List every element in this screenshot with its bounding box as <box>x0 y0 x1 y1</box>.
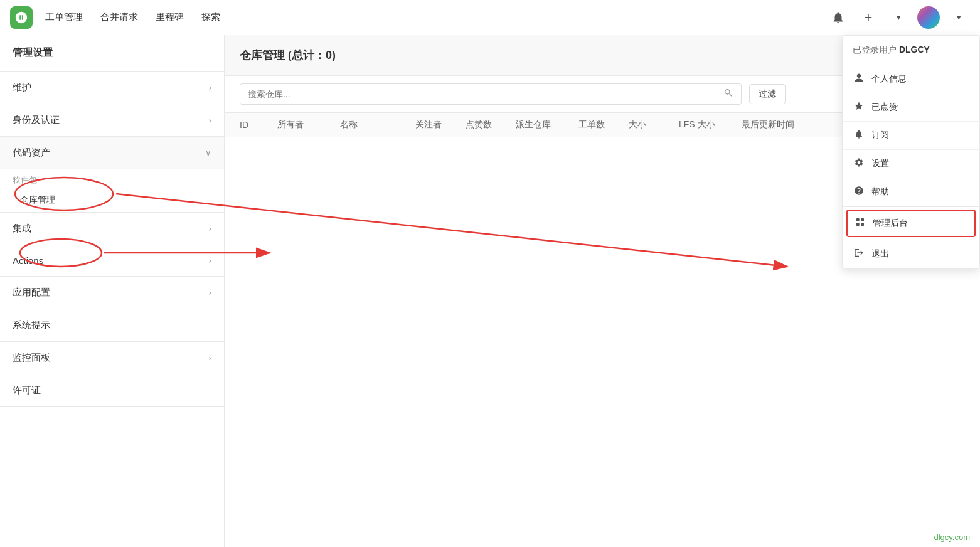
star-icon <box>853 101 865 114</box>
sidebar-sub-header-packages: 软件包 <box>0 169 224 188</box>
search-box[interactable] <box>240 83 742 105</box>
sidebar-item-label: Actions <box>13 255 43 266</box>
filter-button[interactable]: 过滤 <box>749 84 786 104</box>
sidebar-item-label: 身份及认证 <box>13 114 60 126</box>
sidebar-item-monitor[interactable]: 监控面板 › <box>0 342 224 374</box>
col-header-name: 名称 <box>340 119 415 130</box>
logo-icon <box>10 6 33 29</box>
top-navigation: 工单管理 合并请求 里程碑 探索 + ▾ ▾ <box>0 0 980 35</box>
dropdown-item-label: 帮助 <box>871 186 889 198</box>
sidebar-item-system-notice[interactable]: 系统提示 <box>0 309 224 342</box>
dropdown-item-signout[interactable]: 退出 <box>843 240 979 268</box>
chevron-right-icon: › <box>209 256 211 265</box>
col-header-watchers: 关注者 <box>415 119 466 130</box>
top-menu: 工单管理 合并请求 里程碑 探索 <box>45 9 827 26</box>
sidebar-item-actions[interactable]: Actions › <box>0 245 224 277</box>
dropdown-user-prefix: 已登录用户 <box>853 45 899 55</box>
search-input[interactable] <box>248 89 723 99</box>
svg-rect-0 <box>856 218 860 221</box>
topnav-right: + ▾ ▾ <box>827 6 970 29</box>
dropdown-item-label: 订阅 <box>871 130 889 141</box>
menu-item-explore[interactable]: 探索 <box>201 9 220 26</box>
sidebar-item-label: 应用配置 <box>13 287 50 299</box>
admin-icon <box>854 217 866 230</box>
col-header-fork: 派生仓库 <box>516 119 578 130</box>
dropdown-item-admin[interactable]: 管理后台 <box>846 210 976 237</box>
menu-item-issues[interactable]: 工单管理 <box>45 9 83 26</box>
signout-icon <box>853 248 865 260</box>
gear-icon <box>853 157 865 170</box>
svg-rect-3 <box>861 223 864 226</box>
notification-button[interactable] <box>827 6 850 29</box>
sidebar: 管理设置 维护 › 身份及认证 › 代码资产 ∨ 软件包 仓库管理 集成 › A… <box>0 35 225 547</box>
sidebar-item-label: 监控面板 <box>13 352 50 364</box>
dropdown-item-label: 个人信息 <box>871 73 907 85</box>
col-header-stars: 点赞数 <box>466 119 516 130</box>
logo[interactable] <box>10 6 33 29</box>
col-header-lfs: LFS 大小 <box>679 119 742 130</box>
sidebar-item-integration[interactable]: 集成 › <box>0 213 224 245</box>
chevron-right-icon: › <box>209 288 211 297</box>
chevron-right-icon: › <box>209 353 211 363</box>
dropdown-item-label: 设置 <box>871 158 889 169</box>
menu-item-pulls[interactable]: 合并请求 <box>100 9 138 26</box>
sidebar-item-license[interactable]: 许可证 <box>0 374 224 407</box>
main-layout: 管理设置 维护 › 身份及认证 › 代码资产 ∨ 软件包 仓库管理 集成 › A… <box>0 35 980 547</box>
dropdown-item-settings[interactable]: 设置 <box>843 150 979 178</box>
sidebar-item-maintenance[interactable]: 维护 › <box>0 72 224 104</box>
sidebar-item-label: 维护 <box>13 82 31 93</box>
avatar-button[interactable] <box>917 6 940 29</box>
col-header-size: 大小 <box>629 119 679 130</box>
chevron-right-icon: › <box>209 115 211 125</box>
dropdown-divider <box>843 206 979 207</box>
dropdown-user-header: 已登录用户 DLGCY <box>843 36 979 65</box>
dropdown-username: DLGCY <box>899 45 930 55</box>
chevron-right-icon: › <box>209 224 211 233</box>
dropdown-item-subscriptions[interactable]: 订阅 <box>843 122 979 150</box>
sidebar-item-label: 系统提示 <box>13 319 50 331</box>
dropdown-item-starred[interactable]: 已点赞 <box>843 93 979 122</box>
dropdown-item-profile[interactable]: 个人信息 <box>843 65 979 93</box>
chevron-right-icon: › <box>209 83 211 92</box>
plus-dropdown[interactable]: ▾ <box>887 6 910 29</box>
sidebar-item-label: 代码资产 <box>13 147 50 159</box>
plus-button[interactable]: + <box>857 6 880 29</box>
dropdown-item-help[interactable]: 帮助 <box>843 178 979 206</box>
col-header-id: ID <box>240 120 277 130</box>
sidebar-item-app-config[interactable]: 应用配置 › <box>0 277 224 309</box>
sidebar-subitem-label: 仓库管理 <box>20 194 55 206</box>
svg-rect-2 <box>856 223 860 226</box>
chevron-down-icon: ∨ <box>205 148 211 157</box>
sidebar-item-identity[interactable]: 身份及认证 › <box>0 104 224 137</box>
help-icon <box>853 186 865 198</box>
sidebar-item-label: 集成 <box>13 223 31 235</box>
avatar-dropdown[interactable]: ▾ <box>947 6 970 29</box>
col-header-owner: 所有者 <box>277 119 340 130</box>
dropdown-item-label: 管理后台 <box>873 218 908 229</box>
menu-item-milestones[interactable]: 里程碑 <box>156 9 184 26</box>
dropdown-item-label: 退出 <box>871 248 889 260</box>
user-icon <box>853 73 865 85</box>
col-header-issues: 工单数 <box>578 119 629 130</box>
footer-url: dlgcy.com <box>934 533 970 542</box>
search-icon <box>723 88 733 100</box>
user-dropdown-menu: 已登录用户 DLGCY 个人信息 已点赞 订阅 设置 帮助 <box>842 35 980 269</box>
sidebar-header: 管理设置 <box>0 35 224 72</box>
sidebar-item-repo-management[interactable]: 仓库管理 <box>0 188 224 213</box>
sidebar-item-code-assets[interactable]: 代码资产 ∨ <box>0 137 224 169</box>
svg-rect-1 <box>861 218 864 221</box>
bell-icon <box>853 129 865 142</box>
dropdown-item-label: 已点赞 <box>871 102 898 113</box>
sidebar-item-label: 许可证 <box>13 385 41 396</box>
